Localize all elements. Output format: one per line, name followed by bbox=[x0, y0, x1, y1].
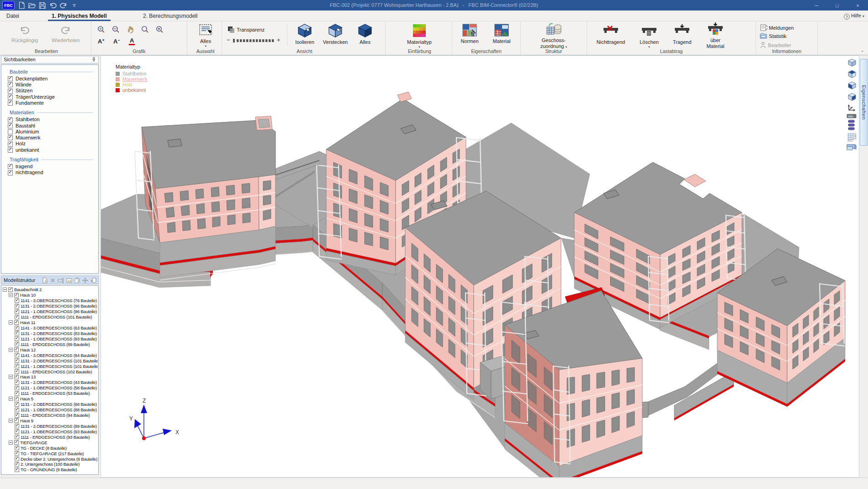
visibility-checkbox-row[interactable]: Träger/Unterzüge bbox=[5, 94, 95, 100]
tree-checkbox[interactable] bbox=[15, 331, 19, 335]
layers-icon[interactable] bbox=[847, 120, 857, 131]
tree-checkbox[interactable] bbox=[14, 320, 19, 325]
meldungen-button[interactable]: Meldungen bbox=[760, 24, 810, 32]
normen-button[interactable]: § Normen bbox=[457, 23, 482, 44]
checkbox-icon[interactable] bbox=[8, 148, 13, 153]
delete-item-icon[interactable] bbox=[50, 278, 55, 283]
loeschen-button[interactable]: Löschen▾ bbox=[635, 24, 664, 49]
tree-expander-icon[interactable] bbox=[9, 397, 13, 401]
geschosszuordnung-button[interactable]: Geschoss- zuordnung ▾ bbox=[536, 22, 571, 49]
ruler-mm-icon[interactable]: mm bbox=[847, 114, 857, 118]
redo-button[interactable]: Wiederholen bbox=[45, 25, 86, 43]
font-color-button[interactable]: A bbox=[129, 37, 135, 45]
zoom-window-button[interactable] bbox=[141, 25, 149, 34]
visibility-checkbox-row[interactable]: Deckenplatten bbox=[5, 76, 95, 82]
checkbox-icon[interactable] bbox=[8, 164, 13, 169]
font-decrease-button[interactable]: A− bbox=[113, 38, 120, 45]
visibility-checkbox-row[interactable]: Stützen bbox=[5, 88, 95, 94]
viewport-3d[interactable]: Z Y X Materialtyp Stahlbeton Mauerwerk bbox=[101, 55, 859, 478]
close-button[interactable]: × bbox=[847, 0, 868, 11]
view-side-icon[interactable] bbox=[846, 80, 857, 90]
tree-checkbox[interactable] bbox=[15, 446, 19, 450]
pan-button[interactable] bbox=[126, 25, 134, 34]
tree-checkbox[interactable] bbox=[15, 309, 19, 314]
tree-expander-icon[interactable] bbox=[3, 287, 7, 292]
zoom-fit-button[interactable] bbox=[155, 25, 164, 34]
tree-checkbox[interactable] bbox=[15, 424, 19, 428]
tree-checkbox[interactable] bbox=[15, 358, 19, 363]
nichttragend-button[interactable]: Nichttragend bbox=[590, 24, 632, 45]
section-icon[interactable] bbox=[846, 144, 857, 151]
tree-checkbox[interactable] bbox=[15, 408, 19, 412]
help-menu[interactable]: ?Hilfe ▾ bbox=[844, 13, 864, 20]
zoom-out-button[interactable] bbox=[111, 25, 120, 34]
ueber-material-button[interactable]: über Material bbox=[700, 22, 730, 49]
tree-checkbox[interactable] bbox=[14, 418, 19, 423]
minimize-button[interactable]: ─ bbox=[806, 0, 827, 11]
checkbox-icon[interactable] bbox=[8, 123, 13, 128]
tree-checkbox[interactable] bbox=[15, 391, 19, 396]
move-item-icon[interactable] bbox=[82, 277, 88, 283]
tab-physisches-modell[interactable]: 1. Physisches Modell bbox=[48, 12, 111, 21]
tree-checkbox[interactable] bbox=[15, 380, 19, 385]
tab-berechnungsmodell[interactable]: 2. Berechnungsmodell bbox=[139, 12, 201, 21]
tree-checkbox[interactable] bbox=[14, 397, 19, 401]
visibility-checkbox-row[interactable]: Holz bbox=[5, 141, 95, 147]
copy-item-icon[interactable] bbox=[74, 277, 80, 283]
tragend-button[interactable]: Tragend bbox=[667, 24, 697, 45]
visibility-checkbox-row[interactable]: Fundamente bbox=[5, 100, 95, 106]
tree-expander-icon[interactable] bbox=[9, 375, 13, 379]
tree-checkbox[interactable] bbox=[15, 386, 19, 390]
select-all-button[interactable]: Alles▾ bbox=[196, 23, 216, 48]
collapse-chevron-icon[interactable]: ⌃ bbox=[861, 50, 866, 55]
visibility-checkbox-row[interactable]: unbekannt bbox=[5, 147, 95, 153]
tab-eigenschaften[interactable]: Eigenschaften bbox=[860, 59, 868, 146]
tree-checkbox[interactable] bbox=[8, 287, 13, 292]
visibility-checkbox-row[interactable]: Wände bbox=[5, 82, 95, 88]
transparency-slider[interactable]: −+ bbox=[227, 37, 281, 44]
view-iso-icon[interactable] bbox=[846, 92, 857, 102]
tree-checkbox[interactable] bbox=[15, 429, 19, 434]
tree-checkbox[interactable] bbox=[14, 293, 19, 298]
view-axes-icon[interactable] bbox=[847, 103, 857, 112]
undo-button[interactable]: Rückgängig bbox=[6, 25, 43, 43]
database-icon[interactable] bbox=[90, 277, 96, 283]
export-image-icon[interactable] bbox=[66, 278, 72, 283]
visibility-checkbox-row[interactable]: Stahlbeton bbox=[5, 117, 95, 122]
view-front-icon[interactable] bbox=[846, 69, 857, 79]
tree-expander-icon[interactable] bbox=[9, 293, 13, 297]
tree-checkbox[interactable] bbox=[15, 353, 19, 357]
tree-checkbox[interactable] bbox=[15, 342, 19, 346]
hide-button[interactable]: Verstecken bbox=[321, 23, 350, 45]
add-item-icon[interactable] bbox=[42, 277, 48, 283]
visibility-checkbox-row[interactable]: Mauerwerk bbox=[5, 135, 95, 141]
tree-checkbox[interactable] bbox=[15, 435, 19, 439]
tree-checkbox[interactable] bbox=[15, 451, 19, 456]
view-top-icon[interactable] bbox=[846, 58, 857, 68]
statistik-button[interactable]: Statistik bbox=[760, 33, 810, 40]
tree-checkbox[interactable] bbox=[15, 336, 19, 341]
materialtyp-button[interactable]: Materialtyp▾ bbox=[404, 23, 435, 49]
checkbox-icon[interactable] bbox=[8, 82, 13, 87]
tree-checkbox[interactable] bbox=[15, 462, 19, 467]
checkbox-icon[interactable] bbox=[8, 135, 13, 140]
font-increase-button[interactable]: A+ bbox=[98, 38, 105, 45]
visibility-checkbox-row[interactable]: Baustahl bbox=[5, 123, 95, 129]
tree-checkbox[interactable] bbox=[15, 402, 19, 407]
zoom-in-button[interactable] bbox=[97, 25, 106, 34]
visibility-checkbox-row[interactable]: Aluminium bbox=[5, 129, 95, 135]
tree-checkbox[interactable] bbox=[14, 375, 19, 379]
tree-checkbox[interactable] bbox=[15, 457, 19, 461]
grid-axes-icon[interactable]: CBA3 2 1 bbox=[846, 132, 857, 142]
tree-checkbox[interactable] bbox=[15, 413, 19, 418]
tree-checkbox[interactable] bbox=[15, 304, 19, 308]
tree-checkbox[interactable] bbox=[15, 326, 19, 330]
material-button[interactable]: Material bbox=[488, 23, 515, 44]
tree-checkbox[interactable] bbox=[15, 369, 19, 374]
show-all-button[interactable]: Alles bbox=[354, 23, 376, 45]
tree-checkbox[interactable] bbox=[15, 298, 19, 303]
maximize-button[interactable]: □ bbox=[827, 0, 847, 11]
tree-expander-icon[interactable] bbox=[9, 419, 13, 423]
tree-checkbox[interactable] bbox=[15, 468, 19, 472]
tree-expander-icon[interactable] bbox=[9, 320, 13, 324]
